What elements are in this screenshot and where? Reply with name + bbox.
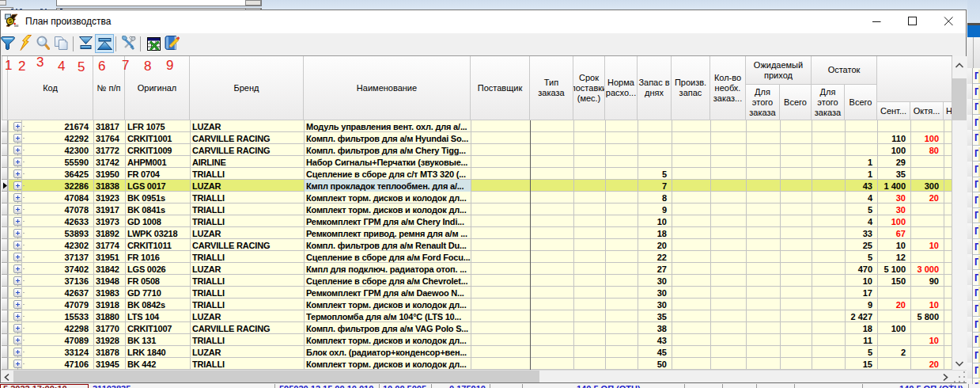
svg-text:S: S [9, 18, 13, 24]
